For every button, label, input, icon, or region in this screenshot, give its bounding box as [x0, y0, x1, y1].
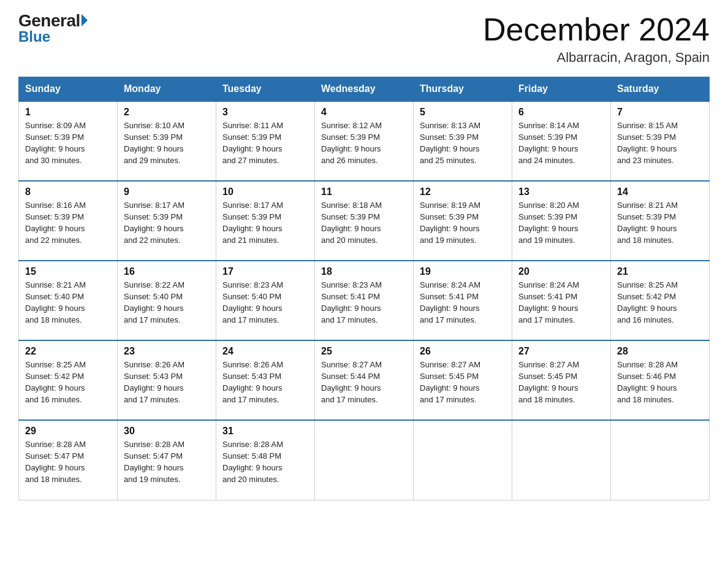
calendar-cell: [512, 420, 611, 500]
weekday-header-row: SundayMondayTuesdayWednesdayThursdayFrid…: [19, 77, 710, 102]
day-number: 16: [124, 266, 210, 277]
day-info: Sunrise: 8:17 AMSunset: 5:39 PMDaylight:…: [222, 200, 308, 246]
weekday-header-saturday: Saturday: [611, 77, 710, 102]
page-header: General Blue December 2024 Albarracin, A…: [18, 12, 710, 66]
calendar-cell: 30 Sunrise: 8:28 AMSunset: 5:47 PMDaylig…: [118, 420, 216, 500]
day-info: Sunrise: 8:13 AMSunset: 5:39 PMDaylight:…: [420, 120, 506, 166]
day-number: 9: [124, 186, 210, 197]
calendar-cell: 13 Sunrise: 8:20 AMSunset: 5:39 PMDaylig…: [512, 181, 611, 261]
calendar-cell: 26 Sunrise: 8:27 AMSunset: 5:45 PMDaylig…: [414, 340, 512, 420]
day-info: Sunrise: 8:11 AMSunset: 5:39 PMDaylight:…: [222, 120, 308, 166]
calendar-cell: 9 Sunrise: 8:17 AMSunset: 5:39 PMDayligh…: [118, 181, 216, 261]
day-number: 27: [518, 346, 604, 357]
calendar-cell: [611, 420, 710, 500]
calendar-week-row: 22 Sunrise: 8:25 AMSunset: 5:42 PMDaylig…: [19, 340, 710, 420]
calendar-cell: 7 Sunrise: 8:15 AMSunset: 5:39 PMDayligh…: [611, 101, 710, 181]
calendar-cell: 3 Sunrise: 8:11 AMSunset: 5:39 PMDayligh…: [216, 101, 315, 181]
weekday-header-wednesday: Wednesday: [315, 77, 414, 102]
calendar-cell: 4 Sunrise: 8:12 AMSunset: 5:39 PMDayligh…: [315, 101, 414, 181]
logo: General Blue: [18, 12, 88, 45]
day-number: 8: [25, 186, 111, 197]
calendar-week-row: 8 Sunrise: 8:16 AMSunset: 5:39 PMDayligh…: [19, 181, 710, 261]
calendar-cell: 20 Sunrise: 8:24 AMSunset: 5:41 PMDaylig…: [512, 261, 611, 340]
month-title: December 2024: [483, 12, 710, 47]
calendar-cell: 29 Sunrise: 8:28 AMSunset: 5:47 PMDaylig…: [19, 420, 118, 500]
day-number: 20: [518, 266, 604, 277]
location-title: Albarracin, Aragon, Spain: [483, 50, 710, 66]
calendar-cell: 6 Sunrise: 8:14 AMSunset: 5:39 PMDayligh…: [512, 101, 611, 181]
day-number: 19: [420, 266, 506, 277]
calendar-week-row: 1 Sunrise: 8:09 AMSunset: 5:39 PMDayligh…: [19, 101, 710, 181]
day-info: Sunrise: 8:15 AMSunset: 5:39 PMDaylight:…: [617, 120, 703, 166]
day-number: 2: [124, 107, 210, 118]
day-number: 25: [321, 346, 407, 357]
calendar-cell: 27 Sunrise: 8:27 AMSunset: 5:45 PMDaylig…: [512, 340, 611, 420]
calendar-cell: 5 Sunrise: 8:13 AMSunset: 5:39 PMDayligh…: [414, 101, 512, 181]
weekday-header-tuesday: Tuesday: [216, 77, 315, 102]
calendar-cell: 25 Sunrise: 8:27 AMSunset: 5:44 PMDaylig…: [315, 340, 414, 420]
day-number: 5: [420, 107, 506, 118]
weekday-header-friday: Friday: [512, 77, 611, 102]
day-info: Sunrise: 8:28 AMSunset: 5:46 PMDaylight:…: [617, 359, 703, 405]
weekday-header-monday: Monday: [118, 77, 216, 102]
calendar-cell: 21 Sunrise: 8:25 AMSunset: 5:42 PMDaylig…: [611, 261, 710, 340]
day-info: Sunrise: 8:10 AMSunset: 5:39 PMDaylight:…: [124, 120, 210, 166]
calendar-week-row: 15 Sunrise: 8:21 AMSunset: 5:40 PMDaylig…: [19, 261, 710, 340]
day-number: 18: [321, 266, 407, 277]
day-info: Sunrise: 8:18 AMSunset: 5:39 PMDaylight:…: [321, 200, 407, 246]
day-number: 29: [25, 426, 111, 437]
calendar-cell: 24 Sunrise: 8:26 AMSunset: 5:43 PMDaylig…: [216, 340, 315, 420]
day-number: 28: [617, 346, 703, 357]
day-info: Sunrise: 8:12 AMSunset: 5:39 PMDaylight:…: [321, 120, 407, 166]
weekday-header-thursday: Thursday: [414, 77, 512, 102]
day-number: 26: [420, 346, 506, 357]
day-number: 11: [321, 186, 407, 197]
day-number: 13: [518, 186, 604, 197]
day-info: Sunrise: 8:25 AMSunset: 5:42 PMDaylight:…: [617, 280, 703, 326]
calendar-cell: 17 Sunrise: 8:23 AMSunset: 5:40 PMDaylig…: [216, 261, 315, 340]
day-info: Sunrise: 8:27 AMSunset: 5:45 PMDaylight:…: [518, 359, 604, 405]
day-info: Sunrise: 8:17 AMSunset: 5:39 PMDaylight:…: [124, 200, 210, 246]
calendar-cell: [414, 420, 512, 500]
logo-general-text: General: [18, 12, 88, 29]
day-info: Sunrise: 8:23 AMSunset: 5:41 PMDaylight:…: [321, 280, 407, 326]
day-number: 10: [222, 186, 308, 197]
calendar-cell: 19 Sunrise: 8:24 AMSunset: 5:41 PMDaylig…: [414, 261, 512, 340]
calendar-cell: 1 Sunrise: 8:09 AMSunset: 5:39 PMDayligh…: [19, 101, 118, 181]
day-info: Sunrise: 8:09 AMSunset: 5:39 PMDaylight:…: [25, 120, 111, 166]
day-info: Sunrise: 8:25 AMSunset: 5:42 PMDaylight:…: [25, 359, 111, 405]
calendar-cell: 23 Sunrise: 8:26 AMSunset: 5:43 PMDaylig…: [118, 340, 216, 420]
calendar-cell: 18 Sunrise: 8:23 AMSunset: 5:41 PMDaylig…: [315, 261, 414, 340]
day-info: Sunrise: 8:14 AMSunset: 5:39 PMDaylight:…: [518, 120, 604, 166]
calendar-cell: 11 Sunrise: 8:18 AMSunset: 5:39 PMDaylig…: [315, 181, 414, 261]
weekday-header-sunday: Sunday: [19, 77, 118, 102]
calendar-week-row: 29 Sunrise: 8:28 AMSunset: 5:47 PMDaylig…: [19, 420, 710, 500]
day-number: 3: [222, 107, 308, 118]
logo-blue-text: Blue: [18, 28, 50, 45]
day-info: Sunrise: 8:21 AMSunset: 5:40 PMDaylight:…: [25, 280, 111, 326]
calendar-cell: 16 Sunrise: 8:22 AMSunset: 5:40 PMDaylig…: [118, 261, 216, 340]
calendar-cell: 12 Sunrise: 8:19 AMSunset: 5:39 PMDaylig…: [414, 181, 512, 261]
day-number: 23: [124, 346, 210, 357]
day-info: Sunrise: 8:20 AMSunset: 5:39 PMDaylight:…: [518, 200, 604, 246]
day-info: Sunrise: 8:28 AMSunset: 5:47 PMDaylight:…: [124, 439, 210, 485]
day-info: Sunrise: 8:28 AMSunset: 5:48 PMDaylight:…: [222, 439, 308, 485]
day-number: 15: [25, 266, 111, 277]
calendar-cell: 10 Sunrise: 8:17 AMSunset: 5:39 PMDaylig…: [216, 181, 315, 261]
day-number: 7: [617, 107, 703, 118]
day-info: Sunrise: 8:16 AMSunset: 5:39 PMDaylight:…: [25, 200, 111, 246]
calendar-cell: [315, 420, 414, 500]
calendar-cell: 22 Sunrise: 8:25 AMSunset: 5:42 PMDaylig…: [19, 340, 118, 420]
day-info: Sunrise: 8:28 AMSunset: 5:47 PMDaylight:…: [25, 439, 111, 485]
day-number: 1: [25, 107, 111, 118]
day-number: 21: [617, 266, 703, 277]
day-number: 31: [222, 426, 308, 437]
calendar-cell: 15 Sunrise: 8:21 AMSunset: 5:40 PMDaylig…: [19, 261, 118, 340]
day-info: Sunrise: 8:26 AMSunset: 5:43 PMDaylight:…: [124, 359, 210, 405]
calendar-cell: 8 Sunrise: 8:16 AMSunset: 5:39 PMDayligh…: [19, 181, 118, 261]
day-info: Sunrise: 8:21 AMSunset: 5:39 PMDaylight:…: [617, 200, 703, 246]
day-info: Sunrise: 8:27 AMSunset: 5:44 PMDaylight:…: [321, 359, 407, 405]
day-info: Sunrise: 8:23 AMSunset: 5:40 PMDaylight:…: [222, 280, 308, 326]
day-number: 6: [518, 107, 604, 118]
day-info: Sunrise: 8:22 AMSunset: 5:40 PMDaylight:…: [124, 280, 210, 326]
